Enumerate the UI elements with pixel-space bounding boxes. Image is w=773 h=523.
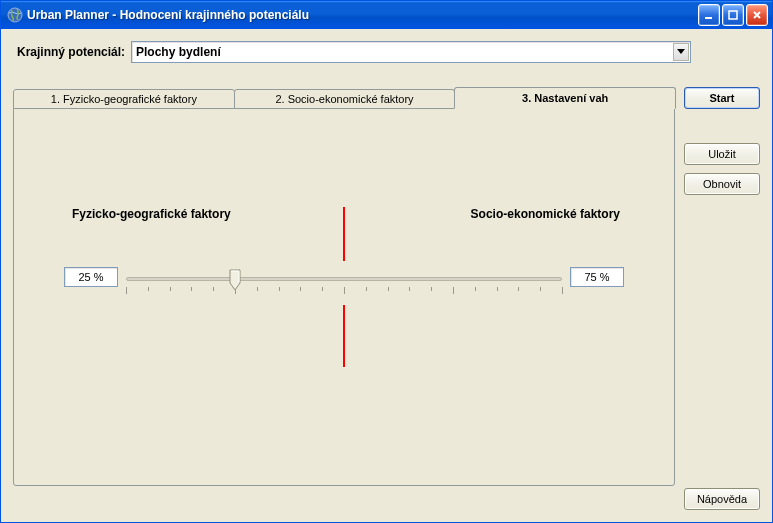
tab-panel: 1. Fyzicko-geografické faktory 2. Socio-… [13,87,675,487]
tab-strip: 1. Fyzicko-geografické faktory 2. Socio-… [13,87,675,109]
svg-rect-2 [729,11,737,19]
left-percent-box: 25 % [64,267,118,287]
right-factor-label: Socio-ekonomické faktory [471,207,620,221]
center-marker-top [343,207,345,261]
left-factor-label: Fyzicko-geografické faktory [72,207,231,221]
titlebar[interactable]: Urban Planner - Hodnocení krajinného pot… [1,1,772,29]
potential-selector-row: Krajinný potenciál: Plochy bydlení [13,41,760,63]
potential-dropdown[interactable]: Plochy bydlení [131,41,691,63]
right-percent-box: 75 % [570,267,624,287]
close-button[interactable] [746,4,768,26]
window-title: Urban Planner - Hodnocení krajinného pot… [27,8,698,22]
maximize-button[interactable] [722,4,744,26]
right-percent-value: 75 % [584,271,609,283]
save-button[interactable]: Uložit [684,143,760,165]
start-button[interactable]: Start [684,87,760,109]
svg-point-0 [8,8,22,22]
weights-slider[interactable] [126,269,562,303]
tab-body-weights: Fyzicko-geografické faktory Socio-ekonom… [13,108,675,486]
tab-label: 2. Socio-ekonomické faktory [275,93,413,105]
tab-weights[interactable]: 3. Nastavení vah [454,87,676,109]
tab-label: 1. Fyzicko-geografické faktory [51,93,197,105]
client-area: Krajinný potenciál: Plochy bydlení Start… [1,29,772,522]
tab-socio-factors[interactable]: 2. Socio-ekonomické faktory [234,89,456,109]
minimize-button[interactable] [698,4,720,26]
slider-ticks [126,287,562,295]
action-button-column: Start Uložit Obnovit [684,87,760,195]
left-percent-value: 25 % [78,271,103,283]
restore-button[interactable]: Obnovit [684,173,760,195]
tab-physical-factors[interactable]: 1. Fyzicko-geografické faktory [13,89,235,109]
chevron-down-icon[interactable] [673,43,689,61]
window-root: Urban Planner - Hodnocení krajinného pot… [0,0,773,523]
center-marker-bottom [343,305,345,367]
svg-rect-1 [705,17,712,19]
potential-label: Krajinný potenciál: [13,45,125,59]
slider-thumb[interactable] [229,269,241,291]
help-button[interactable]: Nápověda [684,488,760,510]
tab-label: 3. Nastavení vah [522,92,608,104]
slider-track [126,277,562,281]
potential-dropdown-value: Plochy bydlení [136,45,221,59]
globe-icon [7,7,23,23]
